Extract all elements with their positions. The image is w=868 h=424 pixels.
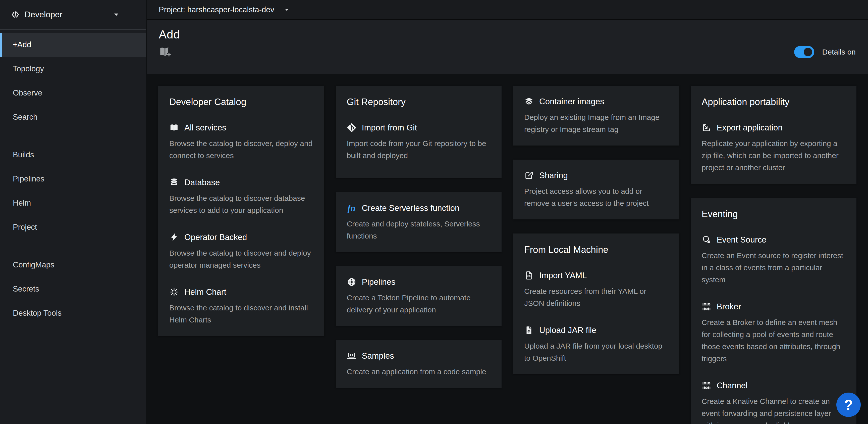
add-page-content: Developer Catalog All services Browse th…	[147, 74, 868, 424]
add-item-pipelines: Pipelines Create a Tekton Pipeline to au…	[347, 277, 491, 316]
export-application-link[interactable]: Export application	[702, 123, 846, 133]
add-item-event-source: Event Source Create an Event source to r…	[702, 235, 846, 286]
binary-broker-icon	[702, 302, 711, 311]
card-container-images[interactable]: Container images Deploy an existing Imag…	[513, 86, 679, 145]
card-application-portability: Application portability Export applicati…	[691, 86, 857, 184]
file-upload-icon	[524, 326, 534, 335]
sidebar-item-observe[interactable]: Observe	[0, 81, 146, 105]
project-selector-label: Project: harshcasper-localsta-dev	[159, 5, 274, 14]
item-description: Browse the catalog to discover database …	[169, 192, 313, 217]
card-serverless-function[interactable]: fn Create Serverless function Create and…	[336, 192, 502, 252]
item-label: Broker	[717, 302, 741, 311]
nav-divider	[0, 136, 146, 136]
card-title: Git Repository	[347, 97, 491, 107]
share-square-icon	[524, 171, 534, 180]
helm-chart-link[interactable]: Helm Chart	[169, 287, 313, 297]
sidebar-item-secrets[interactable]: Secrets	[0, 277, 146, 301]
add-item-samples: Samples Create an application from a cod…	[347, 351, 491, 378]
card-sharing[interactable]: Sharing Project access allows you to add…	[513, 160, 679, 219]
help-button[interactable]: ?	[836, 393, 861, 417]
item-label: Pipelines	[362, 277, 396, 287]
database-icon	[169, 178, 179, 187]
item-label: Samples	[362, 351, 394, 361]
event-source-link[interactable]: Event Source	[702, 235, 846, 245]
file-code-icon	[524, 271, 534, 280]
item-label: Export application	[717, 123, 783, 133]
item-description: Upload a JAR file from your local deskto…	[524, 340, 668, 364]
import-yaml-link[interactable]: Import YAML	[524, 271, 668, 280]
sidebar-item-search[interactable]: Search	[0, 105, 146, 129]
channel-link[interactable]: Channel	[702, 381, 846, 390]
code-icon	[11, 10, 20, 19]
item-description: Create resources from their YAML or JSON…	[524, 285, 668, 309]
sidebar-item-project[interactable]: Project	[0, 215, 146, 239]
item-description: Replicate your application by exporting …	[702, 138, 846, 174]
broker-link[interactable]: Broker	[702, 302, 846, 311]
operator-backed-link[interactable]: Operator Backed	[169, 232, 313, 242]
item-description: Create an application from a code sample	[347, 366, 491, 378]
samples-link[interactable]: Samples	[347, 351, 491, 361]
sidebar-item-pipelines[interactable]: Pipelines	[0, 167, 146, 191]
item-description: Create a Tekton Pipeline to automate del…	[347, 292, 491, 316]
card-title: Eventing	[702, 209, 846, 219]
sidebar-item-desktop-tools[interactable]: Desktop Tools	[0, 301, 146, 325]
item-description: Create and deploy stateless, Serverless …	[347, 218, 491, 242]
item-label: Container images	[539, 97, 604, 106]
database-link[interactable]: Database	[169, 178, 313, 187]
help-button-label: ?	[844, 396, 853, 413]
bolt-icon	[169, 232, 179, 242]
item-label: Create Serverless function	[362, 203, 460, 213]
sidebar-nav: +Add Topology Observe Search Builds Pipe…	[0, 30, 146, 325]
sidebar-item-add[interactable]: +Add	[0, 33, 146, 57]
item-description: Create an Event source to register inter…	[702, 250, 846, 286]
add-item-import-yaml: Import YAML Create resources from their …	[524, 271, 668, 309]
laptop-code-icon	[347, 351, 356, 361]
item-description: Browse the catalog to discover and deplo…	[169, 247, 313, 271]
item-label: Import YAML	[539, 271, 587, 280]
column-1: Developer Catalog All services Browse th…	[158, 86, 324, 336]
add-item-import-from-git: Import from Git Import code from your Gi…	[347, 123, 491, 162]
quick-start-book-plus-icon[interactable]	[159, 46, 171, 58]
card-developer-catalog: Developer Catalog All services Browse th…	[158, 86, 324, 336]
page-header: Add Details on	[147, 20, 868, 74]
perspective-switcher[interactable]: Developer	[0, 0, 146, 30]
item-label: Sharing	[539, 171, 568, 180]
container-images-link[interactable]: Container images	[524, 97, 668, 106]
caret-down-icon	[113, 11, 120, 18]
item-label: Channel	[717, 381, 748, 390]
upload-jar-file-link[interactable]: Upload JAR file	[524, 326, 668, 335]
item-description: Browse the catalog to discover, deploy a…	[169, 138, 313, 162]
tekton-pipelines-icon	[347, 277, 356, 287]
export-application-icon	[702, 123, 711, 133]
sidebar-item-builds[interactable]: Builds	[0, 143, 146, 167]
import-from-git-link[interactable]: Import from Git	[347, 123, 491, 133]
item-label: Helm Chart	[184, 287, 226, 297]
create-serverless-function-link[interactable]: fn Create Serverless function	[347, 203, 491, 213]
card-samples[interactable]: Samples Create an application from a cod…	[336, 340, 502, 388]
add-item-upload-jar-file: Upload JAR file Upload a JAR file from y…	[524, 326, 668, 364]
card-title: Application portability	[702, 97, 846, 107]
project-selector[interactable]: Project: harshcasper-localsta-dev	[159, 5, 290, 14]
add-item-all-services: All services Browse the catalog to disco…	[169, 123, 313, 162]
item-description: Project access allows you to add or remo…	[524, 185, 668, 209]
card-title: From Local Machine	[524, 245, 668, 255]
helm-wheel-icon	[169, 287, 179, 297]
item-description: Create a Knative Channel to create an ev…	[702, 395, 846, 424]
add-item-create-serverless-function: fn Create Serverless function Create and…	[347, 203, 491, 242]
binary-channel-icon	[702, 381, 711, 390]
caret-down-icon	[284, 7, 290, 13]
card-pipelines[interactable]: Pipelines Create a Tekton Pipeline to au…	[336, 266, 502, 326]
sidebar-item-configmaps[interactable]: ConfigMaps	[0, 253, 146, 277]
all-services-link[interactable]: All services	[169, 123, 313, 133]
nav-divider	[0, 246, 146, 246]
pipelines-link[interactable]: Pipelines	[347, 277, 491, 287]
sidebar-item-topology[interactable]: Topology	[0, 57, 146, 81]
sidebar-item-helm[interactable]: Helm	[0, 191, 146, 215]
side-nav: Developer +Add Topology Observe Search B…	[0, 0, 146, 424]
sharing-link[interactable]: Sharing	[524, 171, 668, 180]
item-description: Browse the catalog to discover and insta…	[169, 302, 313, 326]
details-toggle[interactable]	[794, 46, 814, 58]
add-item-database: Database Browse the catalog to discover …	[169, 178, 313, 217]
event-source-icon	[702, 235, 711, 245]
toggle-knob	[804, 48, 812, 56]
